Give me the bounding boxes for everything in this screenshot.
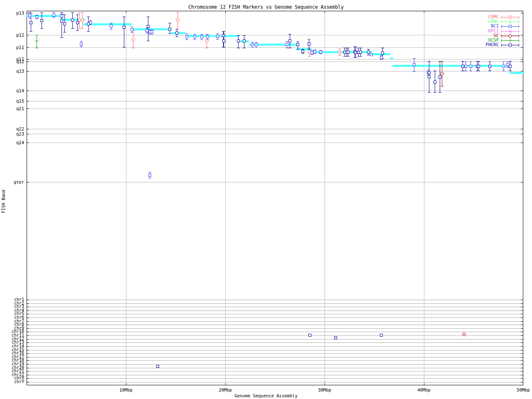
y-tick [521, 325, 523, 325]
marker-square [308, 42, 310, 45]
marker-plus [508, 20, 512, 24]
marker-square [502, 65, 505, 68]
y-tick [521, 129, 523, 129]
marker-square [147, 25, 150, 28]
marker-square [150, 30, 153, 33]
y-tick [27, 91, 29, 91]
y-tick [521, 321, 523, 322]
x-tick [325, 11, 325, 13]
error-bar-cap [509, 71, 512, 71]
legend-sample-cap [501, 39, 502, 42]
marker-square [308, 334, 311, 337]
marker-square [354, 51, 357, 54]
marker-square [156, 365, 159, 368]
error-bar-cap [60, 12, 63, 13]
marker-square [461, 65, 464, 68]
marker-square [313, 50, 316, 53]
error-bar-cap [469, 71, 472, 71]
error-bar-cap [185, 39, 188, 40]
error-bar-cap [80, 41, 83, 42]
y-tick [27, 360, 29, 361]
y-tick [27, 375, 29, 375]
error-bar-cap [464, 71, 467, 71]
marker-square [206, 35, 209, 38]
y-tick [521, 328, 523, 329]
error-bar-cap [150, 30, 153, 30]
error-bar-cap [438, 92, 441, 93]
y-tick-label: q13 [0, 69, 24, 74]
error-bar-cap [63, 15, 66, 15]
marker-square [334, 336, 337, 339]
error-bar-cap [40, 12, 43, 13]
assembly-segment [390, 57, 393, 59]
y-tick-label: q12 [0, 59, 24, 64]
y-tick [27, 59, 29, 59]
error-bar-cap [52, 12, 55, 12]
marker-square [509, 65, 512, 68]
marker-square [255, 43, 258, 46]
marker-square [243, 39, 246, 42]
error-bar-cap [477, 61, 480, 62]
legend-sample-cap [519, 20, 519, 23]
error-bar-cap [509, 61, 512, 62]
y-tick [27, 310, 29, 311]
error-bar-cap [308, 49, 310, 49]
error-bar-cap [477, 71, 480, 71]
marker-square [222, 39, 225, 42]
legend-sample-cap [519, 30, 519, 33]
error-bar-cap [354, 57, 357, 58]
error-bar-cap [255, 42, 258, 42]
y-tick [27, 357, 29, 357]
legend-sample-cap [501, 16, 502, 19]
y-tick [521, 346, 523, 347]
legend-sample-cap [501, 30, 502, 33]
error-bar-cap [237, 35, 240, 36]
error-bar-cap [441, 86, 443, 86]
legend-sample-cap [519, 16, 519, 19]
marker-square [438, 76, 441, 79]
marker-square [359, 51, 362, 54]
marker-square [509, 44, 512, 47]
y-tick [521, 182, 523, 182]
marker-square [193, 35, 196, 38]
y-tick [521, 303, 523, 304]
legend-label-fhcrc: FHCRC [461, 42, 499, 47]
y-tick [27, 182, 29, 182]
error-bar-cap [433, 92, 436, 93]
error-bar-cap [123, 17, 126, 17]
error-bar-cap [428, 61, 431, 62]
error-bar-cap [367, 49, 370, 49]
error-bar-cap [150, 34, 153, 34]
y-tick [27, 129, 29, 129]
marker-square [131, 28, 133, 31]
marker-square [76, 21, 79, 24]
y-tick [27, 71, 29, 71]
error-bar-cap [433, 71, 436, 71]
error-bar-cap [286, 48, 288, 48]
error-bar-cap [301, 53, 304, 54]
y-tick [27, 378, 29, 379]
marker-square [367, 51, 370, 54]
y-tick-label: p12 [0, 33, 24, 37]
marker-square [52, 14, 55, 17]
plot-frame [27, 11, 523, 385]
error-bar-cap [222, 47, 225, 47]
error-bar-cap [148, 172, 151, 172]
error-bar-cap [60, 37, 63, 38]
y-tick [27, 35, 29, 35]
y-tick [521, 108, 523, 109]
y-tick [521, 310, 523, 311]
marker-square [145, 29, 148, 32]
y-tick [521, 143, 523, 143]
marker-square [370, 53, 373, 56]
y-tick [27, 325, 29, 325]
error-bar-cap [89, 20, 92, 21]
y-tick [521, 378, 523, 379]
error-bar-cap [76, 30, 79, 31]
y-tick [521, 382, 523, 382]
error-bar [224, 31, 224, 47]
error-bar-cap [147, 41, 150, 41]
x-tick-label: 50Mbp [513, 388, 532, 392]
y-tick [27, 143, 29, 143]
x-tick [126, 383, 126, 385]
